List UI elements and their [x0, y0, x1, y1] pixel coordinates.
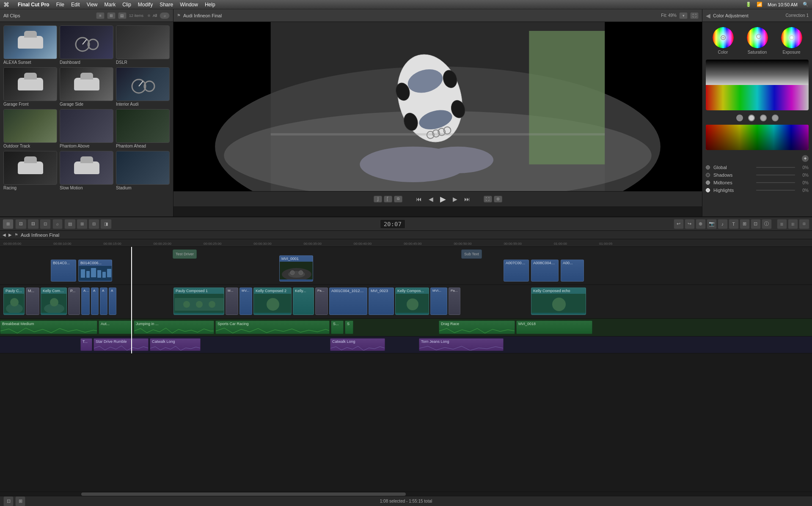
clip-mvi0001[interactable]: MVI_0001: [279, 255, 313, 282]
out-point-btn[interactable]: ⎡: [384, 196, 392, 202]
main-a1[interactable]: A...: [81, 287, 90, 315]
main-mv[interactable]: MV...: [239, 287, 252, 315]
main-pauly-comp1[interactable]: Pauly Composed 1: [173, 287, 224, 315]
tl-audio-btn[interactable]: ♪: [718, 219, 728, 229]
clip-item-garage-front[interactable]: Garage Front: [3, 67, 57, 107]
tl-redo-btn[interactable]: ↪: [685, 219, 695, 229]
scrollbar-thumb[interactable]: [81, 492, 406, 496]
tl-zoom-fit-btn[interactable]: ⊡: [799, 219, 809, 229]
main-m2[interactable]: M...: [226, 287, 238, 315]
dot-btn[interactable]: [148, 14, 150, 17]
midtones-slider[interactable]: [756, 182, 795, 183]
audio-star-drive[interactable]: Star Drive Rumble: [94, 338, 149, 351]
prev-frame-btn[interactable]: ◀: [429, 196, 433, 202]
sat-wheel-svg[interactable]: [747, 27, 768, 48]
main-kelly-echo[interactable]: Kelly Composed echo: [531, 287, 586, 315]
main-a001[interactable]: A001C004_101216...: [329, 287, 367, 315]
menu-modify[interactable]: Modify: [138, 2, 153, 8]
main-m1[interactable]: M...: [26, 287, 39, 315]
menu-share[interactable]: Share: [160, 2, 173, 8]
audio-drag-race[interactable]: Drag Race: [439, 320, 515, 334]
shadows-slider[interactable]: [756, 175, 795, 175]
tl-title-btn[interactable]: T: [729, 219, 739, 229]
main-pauly-c[interactable]: Pauly C...: [3, 287, 25, 315]
app-name-menu[interactable]: Final Cut Pro: [18, 2, 50, 8]
tl-zoom-out-btn[interactable]: |||: [788, 219, 798, 229]
clip-item-stadium[interactable]: Stadium: [116, 151, 170, 190]
grid-view-btn[interactable]: ⊞: [107, 12, 116, 19]
audio-t[interactable]: T...: [80, 338, 92, 351]
main-kelly2[interactable]: Kelly...: [293, 287, 314, 315]
audio-aut[interactable]: Aut...: [99, 320, 132, 334]
clip-a008c[interactable]: A008C004_1...: [531, 260, 559, 282]
play-btn[interactable]: ▶: [440, 194, 446, 204]
midtones-knob[interactable]: [748, 115, 755, 121]
tl-header-play-btn[interactable]: ▶: [8, 232, 12, 237]
clip-item-slow-motion[interactable]: Slow Motion: [60, 151, 113, 190]
clip-b014c006[interactable]: B014C006...: [78, 260, 112, 282]
clip-item-interior-audi[interactable]: Interior Audi: [116, 67, 170, 107]
clip-item-racing[interactable]: Racing: [3, 151, 57, 190]
tl-info-btn[interactable]: ⓘ: [762, 219, 772, 229]
main-kelly-comp2[interactable]: Kelly Composed 2: [253, 287, 292, 315]
list-view-btn[interactable]: ≡: [96, 12, 105, 19]
exp-wheel-svg[interactable]: [781, 27, 802, 48]
settings-btn[interactable]: ⚙: [494, 196, 502, 202]
main-a3[interactable]: A: [100, 287, 107, 315]
audio-catwalk1[interactable]: Catwalk Long: [150, 338, 201, 351]
tl-timecode[interactable]: 20:07: [380, 219, 405, 229]
tl-copy-btn[interactable]: ⊕: [696, 219, 706, 229]
main-p1[interactable]: P...: [68, 287, 80, 315]
menu-help[interactable]: Help: [205, 2, 215, 8]
tl-undo-btn[interactable]: ↩: [674, 219, 684, 229]
clip-b014c0[interactable]: B014C0...: [51, 260, 76, 282]
tl-view3-btn[interactable]: ⊟: [88, 219, 99, 229]
main-mvi0023[interactable]: MVI_0023: [369, 287, 394, 315]
global-slider[interactable]: [756, 167, 795, 168]
tl-paste-btn[interactable]: 📷: [707, 219, 717, 229]
audio-jumping[interactable]: Jumping in ...: [134, 320, 214, 334]
clip-btn[interactable]: ⧉: [394, 196, 402, 202]
menu-file[interactable]: File: [56, 2, 64, 8]
tl-gen-btn[interactable]: ⊞: [740, 219, 750, 229]
shadows-knob[interactable]: [736, 115, 743, 121]
color-back-icon[interactable]: ◀: [706, 12, 710, 19]
audio-s2[interactable]: S: [345, 320, 353, 334]
clip-a00[interactable]: A00...: [561, 260, 584, 282]
clip-item-garage-side[interactable]: Garage Side: [60, 67, 113, 107]
clip-item-phantom-above[interactable]: Phantom Above: [60, 109, 113, 148]
go-start-btn[interactable]: ⏮: [416, 196, 422, 202]
main-a4[interactable]: A: [109, 287, 116, 315]
add-correction-btn[interactable]: +: [802, 155, 809, 162]
export-btn[interactable]: ⊞: [15, 496, 25, 506]
search-btn[interactable]: ⌕: [160, 12, 170, 19]
main-kelly-compos[interactable]: Kelly Compos...: [395, 287, 429, 315]
share-btn[interactable]: ⊡: [3, 496, 14, 506]
clip-item-phantom-ahead[interactable]: Phantom Ahead: [116, 109, 170, 148]
audio-sports-car[interactable]: Sports Car Racing: [215, 320, 330, 334]
fullscreen-btn[interactable]: ⛶: [690, 12, 699, 19]
clip-item-alexa-sunset[interactable]: ALEXA Sunset: [3, 25, 57, 65]
clip-item-dslr[interactable]: DSLR: [116, 25, 170, 65]
fit-dropdown-btn[interactable]: ▾: [679, 12, 688, 19]
main-pa2[interactable]: Pa...: [449, 287, 460, 315]
tl-zoom-in-btn[interactable]: |||: [777, 219, 787, 229]
audio-catwalk2[interactable]: Catwalk Long: [330, 338, 385, 351]
clip-item-outdoor-track[interactable]: Outdoor Track: [3, 109, 57, 148]
tl-trim-btn[interactable]: ⚄: [15, 219, 27, 229]
main-a2[interactable]: A: [91, 287, 99, 315]
search-icon[interactable]: 🔍: [803, 2, 809, 7]
audio-mvi0018[interactable]: MVI_0018: [516, 320, 592, 334]
tl-header-prev-btn[interactable]: ◀: [3, 232, 6, 237]
tl-range-btn[interactable]: ⊡: [40, 219, 51, 229]
tl-view4-btn[interactable]: ◨: [100, 219, 112, 229]
next-frame-btn[interactable]: ▶: [453, 196, 457, 202]
audio-torn-jeans[interactable]: Torn Jeans Long: [419, 338, 504, 351]
highlights-knob[interactable]: [760, 115, 767, 121]
main-mvi-2[interactable]: MVI...: [430, 287, 447, 315]
tl-view1-btn[interactable]: ▤: [64, 219, 76, 229]
menu-view[interactable]: View: [87, 2, 98, 8]
go-end-btn[interactable]: ⏭: [464, 196, 470, 202]
tl-select-tool-btn[interactable]: ⊞: [3, 219, 14, 229]
zoom-btn[interactable]: ⛶: [484, 196, 492, 202]
